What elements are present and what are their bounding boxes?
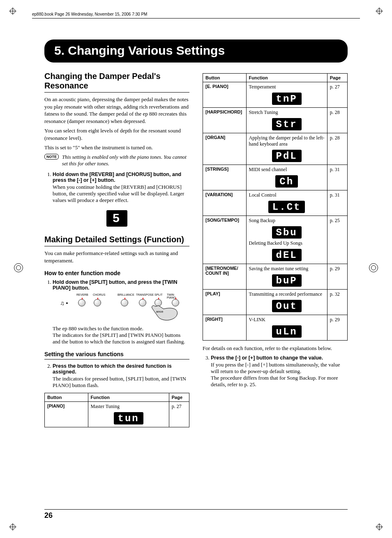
table-row: [HARPSICHORD]Stretch TuningStrp. 28 xyxy=(203,108,348,133)
table-row: [ORGAN]Applying the damper pedal to the … xyxy=(203,133,348,165)
lcd-display: Out xyxy=(272,300,302,312)
lcd-display: uLn xyxy=(272,325,302,338)
steps-list: Press the [-] or [+] button to change th… xyxy=(203,355,348,388)
page: ep880.book Page 26 Wednesday, November 1… xyxy=(0,0,392,538)
content-area: 5. Changing Various Settings Changing th… xyxy=(44,39,348,522)
illus-caption: ance xyxy=(156,310,163,313)
table-cell-function: TemperamenttnP xyxy=(246,82,327,108)
step-body: When you continue holding the [REVERB] a… xyxy=(53,184,189,204)
note-block: NOTE This setting is enabled only with t… xyxy=(44,154,189,167)
function-name: MIDI send channel xyxy=(249,167,287,172)
table-row: [METRONOME/ COUNT IN]Saving the master t… xyxy=(203,264,348,290)
step-item: Hold down the [SPLIT] button, and press … xyxy=(53,279,189,345)
table-header: Button xyxy=(45,393,88,402)
crop-mark-icon xyxy=(376,7,383,15)
headphone-icon: ♫ • xyxy=(60,300,68,306)
function-name: Master Tuning xyxy=(91,404,120,409)
crop-mark-icon xyxy=(9,523,16,531)
table-cell-page: p. 27 xyxy=(169,402,189,427)
function-table-left: Button Function Page [PIANO] Master Tuni… xyxy=(44,393,189,427)
step-head: Hold down the [REVERB] and [CHORUS] butt… xyxy=(53,172,189,183)
page-number: 26 xyxy=(44,509,348,520)
lcd-display: 5 xyxy=(106,210,127,227)
right-column: Button Function Page [E. PIANO]Temperame… xyxy=(203,72,348,427)
table-cell-page: p. 31 xyxy=(327,190,347,216)
chapter-title: 5. Changing Various Settings xyxy=(44,39,348,63)
table-cell-page: p. 29 xyxy=(327,264,347,290)
table-header: Page xyxy=(327,74,347,82)
table-cell-function: Transmitting a recorded performanceOut xyxy=(246,290,327,315)
table-row: [PIANO] Master Tuning tun p. 27 xyxy=(45,402,189,427)
button-panel-illustration: ♫ • REVERB CHORUS BRILLIANCE TRANSPOSE S… xyxy=(60,293,183,322)
panel-button-icon xyxy=(139,299,146,306)
step-item: Hold down the [REVERB] and [CHORUS] butt… xyxy=(53,171,189,204)
table-row: [PLAY]Transmitting a recorded performanc… xyxy=(203,290,348,315)
table-row: [STRINGS]MIDI send channelChp. 31 xyxy=(203,165,348,190)
left-column: Changing the Damper Pedal's Resonance On… xyxy=(44,72,189,427)
lcd-display: tnP xyxy=(272,93,302,105)
table-header: Page xyxy=(169,393,189,402)
lcd-display: PdL xyxy=(272,150,302,162)
illus-label: CHORUS xyxy=(93,293,105,296)
panel-button-icon xyxy=(78,299,85,306)
panel-button-icon xyxy=(94,299,101,306)
table-cell-button: [RIGHT] xyxy=(203,315,247,341)
note-text: This setting is enabled only with the pi… xyxy=(62,154,189,167)
lcd-display: buP xyxy=(272,274,302,287)
table-cell-button: [PIANO] xyxy=(45,402,88,427)
step-body: The ep 880 switches to the function mode… xyxy=(53,325,189,345)
table-header: Function xyxy=(88,393,169,402)
step-item: Press the [-] or [+] button to change th… xyxy=(211,355,348,388)
steps-list: Hold down the [REVERB] and [CHORUS] butt… xyxy=(44,171,189,204)
function-name: Applying the damper pedal to the left-ha… xyxy=(249,135,325,147)
hand-pointer-icon xyxy=(150,304,180,322)
function-name: Local Control xyxy=(249,192,277,198)
function-name: Saving the master tune setting xyxy=(249,266,309,271)
registration-mark-icon xyxy=(369,263,378,272)
paragraph: This is set to "5" when the instrument i… xyxy=(44,144,189,151)
table-cell-function: Stretch TuningStr xyxy=(246,108,327,133)
table-cell-button: [ORGAN] xyxy=(203,133,247,165)
subheading: How to enter function mode xyxy=(44,270,189,276)
running-header: ep880.book Page 26 Wednesday, November 1… xyxy=(32,12,360,19)
crop-mark-icon xyxy=(376,523,383,531)
paragraph: For details on each function, refer to t… xyxy=(203,345,348,352)
step-head: Press the [-] or [+] button to change th… xyxy=(211,355,348,361)
table-row: [VARIATION]Local ControlL.Ctp. 31 xyxy=(203,190,348,216)
function-name: Song Backup xyxy=(249,218,275,223)
step-body: The indicators for pressed button, [SPLI… xyxy=(53,376,189,389)
paragraph: You can make performance-related setting… xyxy=(44,250,189,264)
table-row: [RIGHT]V-LINKuLnp. 29 xyxy=(203,315,348,341)
step-body: If you press the [-] and [+] buttons sim… xyxy=(211,362,348,388)
table-header: Function xyxy=(246,74,327,82)
illus-label: TWIN PIANO xyxy=(167,293,183,299)
table-header: Button xyxy=(203,74,247,82)
step-head: Hold down the [SPLIT] button, and press … xyxy=(53,279,189,291)
table-cell-function: Song BackupSbuDeleting Backed Up SongsdE… xyxy=(246,216,327,264)
table-cell-function: Applying the damper pedal to the left-ha… xyxy=(246,133,327,165)
lcd-display: tun xyxy=(114,412,143,424)
function-name: Deleting Backed Up Songs xyxy=(249,240,325,246)
table-cell-button: [STRINGS] xyxy=(203,165,247,190)
function-name: Transmitting a recorded performance xyxy=(249,291,323,297)
table-cell-page: p. 28 xyxy=(327,108,347,133)
table-cell-function: Master Tuning tun xyxy=(88,402,169,427)
table-cell-function: Saving the master tune settingbuP xyxy=(246,264,327,290)
lcd-display: L.Ct xyxy=(268,201,305,213)
illus-label: REVERB xyxy=(76,293,88,296)
table-cell-button: [E. PIANO] xyxy=(203,82,247,108)
function-name: V-LINK xyxy=(249,317,265,322)
crop-mark-icon xyxy=(9,7,16,15)
table-cell-page: p. 27 xyxy=(327,82,347,108)
step-item: Press the button to which the desired fu… xyxy=(53,363,189,389)
header-text: ep880.book Page 26 Wednesday, November 1… xyxy=(32,12,147,16)
note-badge: NOTE xyxy=(44,154,59,160)
lcd-display: Ch xyxy=(275,175,298,188)
lcd-display: dEL xyxy=(272,249,302,261)
table-cell-page: p. 31 xyxy=(327,165,347,190)
lcd-display: Str xyxy=(272,118,302,130)
illus-label: BRILLIANCE xyxy=(118,293,134,296)
table-cell-button: [SONG/TEMPO] xyxy=(203,216,247,264)
paragraph: On an acoustic piano, depressing the dam… xyxy=(44,96,189,125)
table-cell-page: p. 28 xyxy=(327,133,347,165)
